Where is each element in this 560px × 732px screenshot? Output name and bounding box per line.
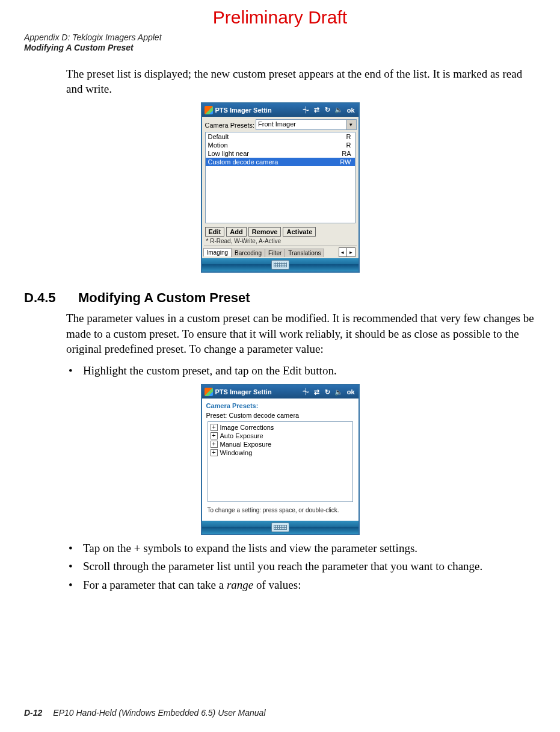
keyboard-icon[interactable] — [271, 523, 289, 532]
parameter-tree[interactable]: + Image Corrections + Auto Exposure + Ma… — [208, 421, 353, 502]
camera-presets-label: Camera Presets: — [204, 120, 255, 129]
preset-name: Default — [208, 133, 229, 140]
tree-item[interactable]: + Manual Exposure — [209, 440, 351, 448]
signal-icon: ⏆ — [303, 388, 310, 395]
tab-imaging[interactable]: Imaging — [203, 248, 232, 256]
camera-presets-combo[interactable]: Front Imager — [256, 119, 345, 130]
screenshot-preset-list: PTS Imager Settin ⏆ ⇄ ↻ 🔈 ok Camera Pres… — [202, 103, 359, 272]
tab-barcoding[interactable]: Barcoding — [231, 249, 265, 257]
tree-label: Windowing — [220, 449, 253, 456]
ok-button[interactable]: ok — [346, 107, 356, 114]
manual-title: EP10 Hand-Held (Windows Embedded 6.5) Us… — [53, 708, 265, 718]
section-heading: D.4.5Modifying A Custom Preset — [24, 290, 536, 306]
list-item-selected[interactable]: Custom decode camera RW — [206, 158, 355, 166]
tree-label: Manual Exposure — [220, 441, 272, 448]
button-bar: Edit Add Remove Activate — [204, 226, 357, 238]
preset-name: Low light near — [208, 150, 250, 157]
preset-flag: R — [346, 141, 351, 149]
titlebar: PTS Imager Settin ⏆ ⇄ ↻ 🔈 ok — [202, 104, 358, 117]
ok-button[interactable]: ok — [346, 388, 356, 395]
bullet-list: Highlight the custom preset, and tap on … — [66, 363, 536, 379]
chevron-right-icon[interactable]: ▸ — [347, 248, 355, 256]
connectivity-icon: ⇄ — [313, 388, 321, 395]
tray-icons: ⏆ ⇄ ↻ 🔈 ok — [303, 107, 356, 114]
tab-translations[interactable]: Translations — [285, 249, 324, 257]
running-header: Appendix D: Teklogix Imagers Applet Modi… — [24, 33, 536, 53]
taskbar — [202, 521, 358, 534]
preset-listbox[interactable]: Default R Motion R Low light near RA Cus… — [205, 132, 355, 223]
tab-bar: Imaging Barcoding Filter Translations ◂ … — [204, 246, 357, 258]
bullet-text-prefix: For a parameter that can take a — [83, 578, 227, 591]
chevron-down-icon[interactable]: ▾ — [346, 119, 357, 130]
preset-flag: RA — [342, 150, 351, 157]
expand-icon[interactable]: + — [211, 432, 218, 439]
taskbar — [202, 258, 358, 271]
screenshot-edit-preset: PTS Imager Settin ⏆ ⇄ ↻ 🔈 ok Camera Pres… — [202, 385, 359, 535]
expand-icon[interactable]: + — [211, 449, 218, 456]
remove-button[interactable]: Remove — [248, 227, 282, 237]
tree-item[interactable]: + Auto Exposure — [209, 432, 351, 440]
preset-name: Motion — [208, 141, 228, 149]
preset-flag: R — [346, 133, 351, 140]
window-title: PTS Imager Settin — [215, 107, 272, 114]
titlebar: PTS Imager Settin ⏆ ⇄ ↻ 🔈 ok — [202, 385, 358, 399]
tree-label: Image Corrections — [220, 424, 274, 431]
camera-presets-header: Camera Presets: — [204, 400, 357, 411]
list-item[interactable]: Low light near RA — [206, 149, 355, 158]
tree-item[interactable]: + Image Corrections — [209, 423, 351, 432]
chevron-left-icon[interactable]: ◂ — [339, 248, 348, 256]
bullet-item: For a parameter that can take a range of… — [66, 577, 536, 594]
hint-text: To change a setting: press space, or dou… — [204, 504, 357, 521]
section-paragraph: The parameter values in a custom preset … — [66, 311, 536, 357]
bullet-text-em: range — [227, 578, 253, 591]
sync-icon: ↻ — [324, 388, 331, 395]
page-number: D-12 — [24, 708, 42, 718]
bullet-list: Tap on the + symbols to expand the lists… — [66, 541, 536, 594]
activate-button[interactable]: Activate — [283, 227, 316, 237]
volume-icon: 🔈 — [335, 388, 342, 395]
connectivity-icon: ⇄ — [313, 107, 321, 114]
section-number: D.4.5 — [24, 290, 78, 306]
header-section: Modifying A Custom Preset — [24, 43, 536, 53]
tab-scroll[interactable]: ◂ ▸ — [339, 247, 355, 257]
signal-icon: ⏆ — [303, 107, 310, 114]
tree-label: Auto Exposure — [220, 432, 263, 439]
page-footer: D-12EP10 Hand-Held (Windows Embedded 6.5… — [24, 708, 266, 718]
preset-name-label: Preset: Custom decode camera — [204, 411, 357, 421]
preset-name: Custom decode camera — [208, 158, 278, 166]
keyboard-icon[interactable] — [271, 260, 289, 270]
edit-button[interactable]: Edit — [205, 227, 225, 237]
list-item[interactable]: Default R — [206, 132, 355, 141]
bullet-item: Tap on the + symbols to expand the lists… — [66, 541, 536, 557]
header-appendix: Appendix D: Teklogix Imagers Applet — [24, 33, 536, 43]
tab-filter[interactable]: Filter — [265, 249, 285, 257]
bullet-item: Highlight the custom preset, and tap on … — [66, 363, 536, 379]
intro-paragraph: The preset list is displayed; the new cu… — [66, 66, 536, 97]
volume-icon: 🔈 — [335, 107, 342, 114]
bullet-text-suffix: of values: — [253, 578, 301, 591]
section-title: Modifying A Custom Preset — [78, 290, 250, 305]
window-title: PTS Imager Settin — [215, 388, 272, 395]
watermark: Preliminary Draft — [24, 7, 536, 28]
preset-flag: RW — [340, 158, 351, 166]
start-flag-icon — [205, 106, 213, 114]
expand-icon[interactable]: + — [211, 441, 218, 448]
sync-icon: ↻ — [324, 107, 331, 114]
add-button[interactable]: Add — [226, 227, 246, 237]
legend-text: * R-Read, W-Write, A-Active — [204, 238, 357, 246]
tree-item[interactable]: + Windowing — [209, 448, 351, 457]
bullet-item: Scroll through the parameter list until … — [66, 559, 536, 575]
list-item[interactable]: Motion R — [206, 141, 355, 149]
tray-icons: ⏆ ⇄ ↻ 🔈 ok — [303, 388, 356, 395]
expand-icon[interactable]: + — [211, 424, 218, 431]
start-flag-icon — [205, 388, 213, 396]
